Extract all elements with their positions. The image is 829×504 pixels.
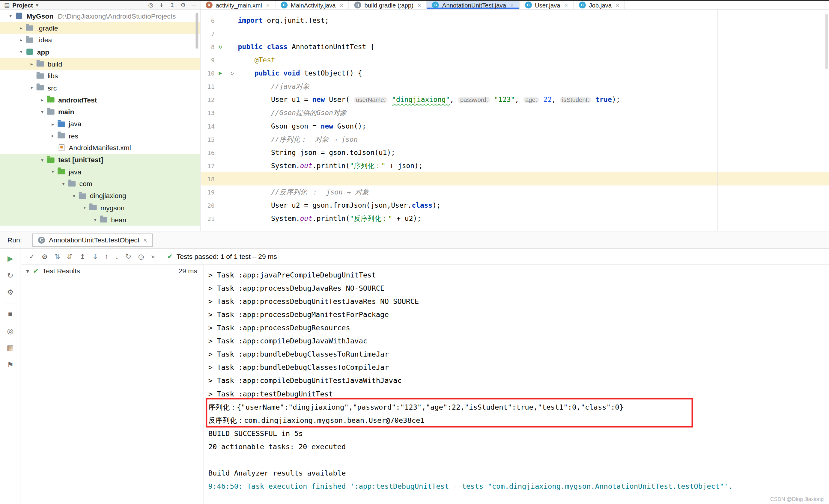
sort-by-duration-icon[interactable]: ⇵	[67, 253, 73, 260]
chevron-down-icon[interactable]: ▾	[38, 109, 46, 115]
editor-tab-build-gradle-app[interactable]: gbuild.gradle (:app)×	[349, 1, 427, 9]
coverage-icon[interactable]: ◎	[4, 324, 16, 337]
chevron-down-icon[interactable]: ▾	[38, 157, 46, 163]
test-history-icon[interactable]: ◷	[138, 253, 144, 260]
tree-item-com[interactable]: ▾com	[0, 178, 200, 190]
code-line-10[interactable]: 10▶↻ public void testObject() {	[201, 67, 829, 80]
code-line-17[interactable]: 17 System.out.println("序列化：" + json);	[201, 159, 829, 172]
collapse-all-icon[interactable]: ↥	[170, 2, 175, 8]
close-tab-icon[interactable]: ×	[510, 2, 514, 8]
more-icon[interactable]: »	[151, 253, 155, 260]
run-configuration-tab[interactable]: G AnnotationUnitTest.testObject ×	[32, 233, 153, 246]
console-output[interactable]: > Task :app:javaPreCompileDebugUnitTest>…	[204, 265, 829, 504]
code-line-19[interactable]: 19 //反序列化 ： json → 对象	[201, 186, 829, 199]
tree-item-test-unittest[interactable]: ▾test [unitTest]	[0, 154, 200, 166]
chevron-right-icon[interactable]: ▸	[38, 98, 46, 103]
project-panel-title[interactable]: Project	[12, 2, 33, 8]
tree-item-src[interactable]: ▾src	[0, 82, 200, 94]
show-passed-icon[interactable]: ✓	[29, 253, 35, 260]
previous-failed-test-icon[interactable]: ↑	[105, 253, 108, 260]
code-line-21[interactable]: 21 System.out.println("反序列化：" + u2);	[201, 212, 829, 225]
code-editor[interactable]: 6import org.junit.Test;78↻public class A…	[201, 10, 829, 231]
test-state-icon[interactable]: ↻	[226, 70, 238, 77]
rerun-failed-icon[interactable]: ↻	[125, 253, 131, 260]
editor-tab-mainactivity-java[interactable]: cMainActivity.java×	[276, 1, 349, 9]
scrollbar-thumb[interactable]	[195, 12, 198, 48]
chevron-down-icon[interactable]: ▾	[28, 85, 36, 91]
code-line-16[interactable]: 16 String json = gson.toJson(u1);	[201, 146, 829, 159]
run-test-method-icon[interactable]: ▶	[215, 70, 226, 77]
scrollbar-thumb[interactable]	[825, 14, 828, 69]
tree-item-label: bean	[111, 216, 126, 224]
code-line-18[interactable]: 18	[201, 172, 829, 186]
collapse-all-icon[interactable]: ↥	[80, 253, 85, 260]
expand-all-icon[interactable]: ↧	[92, 253, 98, 260]
tree-item-mygson[interactable]: ▾MyGsonD:\DingJiaxiong\AndroidStudioProj…	[0, 10, 200, 22]
chevron-down-icon[interactable]: ▾	[91, 217, 99, 223]
tree-item-java[interactable]: ▸java	[0, 118, 200, 130]
editor-tab-user-java[interactable]: cUser.java×	[519, 1, 574, 9]
run-test-class-icon[interactable]: ↻	[215, 43, 226, 50]
chevron-down-icon[interactable]: ▾	[48, 169, 57, 175]
chevron-down-icon[interactable]: ▾	[17, 49, 25, 55]
tree-item-build[interactable]: ▸build	[0, 58, 200, 70]
close-tab-icon[interactable]: ×	[418, 2, 421, 8]
editor-tab-annotationunittest-java[interactable]: cAnnotationUnitTest.java×	[427, 1, 519, 9]
chevron-down-icon[interactable]: ▾	[6, 13, 15, 19]
code-line-12[interactable]: 12 User u1 = new User( userName: "dingji…	[201, 93, 829, 106]
code-line-8[interactable]: 8↻public class AnnotationUnitTest {	[201, 40, 829, 53]
select-opened-file-icon[interactable]: ◎	[148, 2, 153, 8]
code-line-20[interactable]: 20 User u2 = gson.fromJson(json,User.cla…	[201, 199, 829, 212]
tree-item-java[interactable]: ▾java	[0, 166, 200, 178]
tree-item-androidtest[interactable]: ▸androidTest	[0, 94, 200, 106]
chevron-down-icon[interactable]: ▾	[59, 181, 68, 187]
chevron-down-icon[interactable]: ▾	[36, 2, 39, 8]
chevron-right-icon[interactable]: ▸	[17, 37, 25, 43]
code-line-15[interactable]: 15 //序列化： 对象 → json	[201, 133, 829, 146]
chevron-right-icon[interactable]: ▸	[28, 62, 36, 67]
close-icon[interactable]: ×	[143, 236, 147, 243]
next-failed-test-icon[interactable]: ↓	[115, 253, 118, 260]
rerun-icon[interactable]: ▶	[4, 252, 16, 265]
tree-item-bean[interactable]: ▾bean	[0, 214, 200, 226]
rerun-failed-tests-icon[interactable]: ↻	[4, 269, 16, 282]
test-settings-icon[interactable]: ⚙	[4, 286, 16, 299]
chevron-down-icon[interactable]: ▾	[80, 205, 89, 211]
chevron-right-icon[interactable]: ▸	[17, 26, 25, 31]
close-tab-icon[interactable]: ×	[565, 2, 568, 8]
code-line-14[interactable]: 14 Gson gson = new Gson();	[201, 120, 829, 133]
project-view-icon[interactable]: ▤	[4, 2, 10, 8]
tree-item-idea[interactable]: ▸.idea	[0, 34, 200, 46]
hide-panel-icon[interactable]: ─	[191, 2, 196, 8]
editor-tab-activity-main-xml[interactable]: xactivity_main.xml×	[200, 1, 275, 9]
code-line-7[interactable]: 7	[201, 27, 829, 40]
close-tab-icon[interactable]: ×	[340, 2, 343, 8]
layout-icon[interactable]: ▦	[4, 341, 16, 354]
tree-item-androidmanifest-xml[interactable]: AndroidManifest.xml	[0, 142, 200, 154]
tree-item-dingjiaxiong[interactable]: ▾dingjiaxiong	[0, 190, 200, 202]
tree-item-libs[interactable]: libs	[0, 70, 200, 82]
tree-item-res[interactable]: ▸res	[0, 130, 200, 142]
tree-item-app[interactable]: ▾app	[0, 46, 200, 58]
code-line-6[interactable]: 6import org.junit.Test;	[201, 14, 829, 27]
settings-gear-icon[interactable]: ⚙	[180, 2, 186, 8]
scroll-from-source-icon[interactable]: ↧	[159, 2, 164, 8]
sort-alphabetically-icon[interactable]: ⇅	[54, 253, 60, 260]
stop-icon[interactable]: ■	[4, 307, 16, 320]
code-line-13[interactable]: 13 //Gson提供的Gson对象	[201, 106, 829, 119]
code-line-11[interactable]: 11 //java对象	[201, 80, 829, 93]
chevron-down-icon[interactable]: ▾	[70, 193, 78, 199]
code-line-9[interactable]: 9 @Test	[201, 53, 829, 67]
pin-icon[interactable]: ⚑	[4, 358, 16, 371]
close-tab-icon[interactable]: ×	[266, 2, 269, 8]
chevron-right-icon[interactable]: ▸	[48, 121, 57, 127]
tree-item-main[interactable]: ▾main	[0, 106, 200, 118]
chevron-right-icon[interactable]: ▸	[48, 133, 57, 139]
editor-tab-job-java[interactable]: cJob.java×	[574, 1, 625, 9]
tree-item-mygson[interactable]: ▾mygson	[0, 202, 200, 214]
show-ignored-icon[interactable]: ⊘	[42, 253, 47, 260]
close-tab-icon[interactable]: ×	[616, 2, 619, 8]
test-results-row[interactable]: ▾ ✔ Test Results 29 ms	[22, 265, 204, 277]
tree-item-gradle[interactable]: ▸.gradle	[0, 22, 200, 34]
chevron-down-icon[interactable]: ▾	[26, 267, 29, 274]
